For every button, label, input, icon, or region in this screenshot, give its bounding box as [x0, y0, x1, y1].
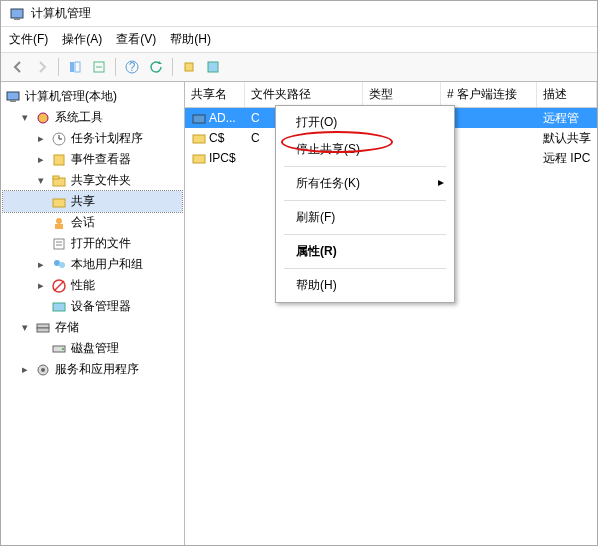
tree-disk-mgmt[interactable]: 磁盘管理	[3, 338, 182, 359]
row-clients: 0	[441, 109, 537, 127]
svg-rect-29	[53, 303, 65, 311]
tree-sessions[interactable]: 会话	[3, 212, 182, 233]
tree-task-scheduler-label: 任务计划程序	[71, 130, 143, 147]
tree-local-users-label: 本地用户和组	[71, 256, 143, 273]
menu-view[interactable]: 查看(V)	[116, 31, 156, 48]
column-type[interactable]: 类型	[363, 82, 441, 107]
tree-device-manager[interactable]: 设备管理器	[3, 296, 182, 317]
row-clients: 0	[441, 149, 537, 167]
tree-local-users[interactable]: ▸ 本地用户和组	[3, 254, 182, 275]
tree-event-viewer[interactable]: ▸ 事件查看器	[3, 149, 182, 170]
svg-point-26	[59, 262, 65, 268]
svg-point-35	[41, 368, 45, 372]
column-desc[interactable]: 描述	[537, 82, 597, 107]
expand-icon[interactable]: ▸	[35, 132, 47, 145]
tree-storage[interactable]: ▾ 存储	[3, 317, 182, 338]
svg-point-33	[62, 348, 64, 350]
tree-services[interactable]: ▸ 服务和应用程序	[3, 359, 182, 380]
menu-separator	[284, 200, 446, 201]
svg-rect-38	[193, 155, 205, 163]
new-share-button[interactable]	[178, 56, 200, 78]
menu-item-help[interactable]: 帮助(H)	[278, 272, 452, 299]
svg-point-20	[56, 218, 62, 224]
menu-item-refresh[interactable]: 刷新(F)	[278, 204, 452, 231]
menu-item-stop-sharing[interactable]: 停止共享(S)	[278, 136, 452, 163]
sessions-icon	[51, 215, 67, 231]
submenu-arrow-icon: ▸	[438, 175, 444, 189]
svg-rect-2	[70, 62, 74, 72]
forward-button[interactable]	[31, 56, 53, 78]
menu-item-all-tasks[interactable]: 所有任务(K)▸	[278, 170, 452, 197]
tree-performance[interactable]: ▸ 性能	[3, 275, 182, 296]
help-button[interactable]: ?	[121, 56, 143, 78]
expand-icon[interactable]: ▸	[35, 258, 47, 271]
expand-icon[interactable]: ▸	[19, 363, 31, 376]
row-clients: 0	[441, 129, 537, 147]
open-files-icon	[51, 236, 67, 252]
expand-icon[interactable]: ▸	[35, 279, 47, 292]
menu-file[interactable]: 文件(F)	[9, 31, 48, 48]
back-button[interactable]	[7, 56, 29, 78]
tree-open-files-label: 打开的文件	[71, 235, 131, 252]
tree-shared-folders[interactable]: ▾ 共享文件夹	[3, 170, 182, 191]
toolbar: ?	[1, 53, 597, 82]
svg-text:?: ?	[129, 60, 136, 74]
refresh-button[interactable]	[145, 56, 167, 78]
menu-item-stop-sharing-label: 停止共享(S)	[296, 142, 360, 156]
svg-rect-37	[193, 135, 205, 143]
svg-rect-19	[53, 199, 65, 207]
menu-help[interactable]: 帮助(H)	[170, 31, 211, 48]
menu-item-open-label: 打开(O)	[296, 115, 337, 129]
svg-marker-7	[158, 61, 162, 64]
svg-rect-31	[37, 328, 49, 332]
menu-item-all-tasks-label: 所有任务(K)	[296, 176, 360, 190]
collapse-icon[interactable]: ▾	[19, 321, 31, 334]
storage-icon	[35, 320, 51, 336]
menu-separator	[284, 166, 446, 167]
menu-item-open[interactable]: 打开(O)	[278, 109, 452, 136]
clock-icon	[51, 131, 67, 147]
tree-system-tools-label: 系统工具	[55, 109, 103, 126]
app-icon	[9, 6, 25, 22]
device-icon	[51, 299, 67, 315]
svg-rect-22	[54, 239, 64, 249]
svg-rect-36	[193, 115, 205, 123]
menubar: 文件(F) 操作(A) 查看(V) 帮助(H)	[1, 27, 597, 53]
row-desc: 默认共享	[537, 128, 597, 149]
tree-storage-label: 存储	[55, 319, 79, 336]
tree-open-files[interactable]: 打开的文件	[3, 233, 182, 254]
menu-action[interactable]: 操作(A)	[62, 31, 102, 48]
collapse-icon[interactable]: ▾	[35, 174, 47, 187]
column-name[interactable]: 共享名	[185, 82, 245, 107]
shared-folder-icon	[51, 173, 67, 189]
show-hide-tree-button[interactable]	[64, 56, 86, 78]
users-icon	[51, 257, 67, 273]
svg-rect-0	[11, 9, 23, 18]
tree-system-tools[interactable]: ▾ 系统工具	[3, 107, 182, 128]
share-row-icon	[191, 150, 207, 166]
window-title: 计算机管理	[31, 5, 91, 22]
svg-rect-16	[54, 155, 64, 165]
tree-event-viewer-label: 事件查看器	[71, 151, 131, 168]
export-list-button[interactable]	[88, 56, 110, 78]
menu-item-properties[interactable]: 属性(R)	[278, 238, 452, 265]
expand-icon[interactable]: ▸	[35, 153, 47, 166]
share-icon	[51, 194, 67, 210]
tree-root[interactable]: 计算机管理(本地)	[3, 86, 182, 107]
svg-line-28	[54, 281, 64, 291]
collapse-icon[interactable]: ▾	[19, 111, 31, 124]
tree-task-scheduler[interactable]: ▸ 任务计划程序	[3, 128, 182, 149]
tree-shares[interactable]: 共享	[3, 191, 182, 212]
svg-rect-21	[55, 224, 63, 229]
svg-rect-9	[208, 62, 218, 72]
properties-button[interactable]	[202, 56, 224, 78]
context-menu: 打开(O) 停止共享(S) 所有任务(K)▸ 刷新(F) 属性(R) 帮助(H)	[275, 105, 455, 303]
titlebar: 计算机管理	[1, 1, 597, 27]
tree-sessions-label: 会话	[71, 214, 95, 231]
tree-performance-label: 性能	[71, 277, 95, 294]
column-path[interactable]: 文件夹路径	[245, 82, 363, 107]
svg-rect-3	[75, 62, 80, 72]
svg-rect-18	[53, 176, 59, 179]
column-clients[interactable]: # 客户端连接	[441, 82, 537, 107]
menu-separator	[284, 234, 446, 235]
